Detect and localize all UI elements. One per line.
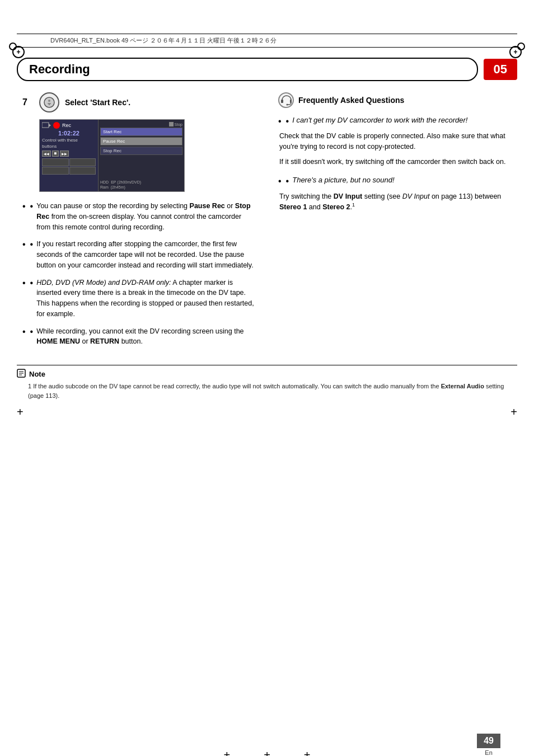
bullet-marker-2: • <box>30 239 34 250</box>
faq-icon <box>278 92 294 108</box>
menu-stop-rec: Stop Rec <box>100 147 182 155</box>
chapter-badge: 05 <box>484 59 517 80</box>
page-number-box: 49 <box>477 734 500 748</box>
screen-grid <box>42 158 96 175</box>
page-container: DVR640H_RLT_EN.book 49 ページ ２０６年４月１１日 火曜日… <box>0 34 534 756</box>
screen-info-row: HDD EP (2h00m/DVD) <box>100 180 182 184</box>
right-column: Frequently Asked Questions • I can't get… <box>273 81 517 354</box>
svg-rect-7 <box>290 100 292 103</box>
main-content: 7 Select 'Start Rec'. <box>17 81 517 354</box>
note-doc-icon <box>17 369 26 378</box>
screen-stop-row: Stop <box>100 122 182 126</box>
screen-button-row: ◀◀ ⏹ ▶▶ <box>42 151 96 157</box>
note-header: Note <box>17 369 517 379</box>
screen-btn-2: ⏹ <box>52 151 59 157</box>
faq-answer-1a: Check that the DV cable is properly conn… <box>279 131 512 152</box>
grid-3 <box>42 167 69 175</box>
faq-headphone-icon <box>280 95 292 106</box>
svg-point-1 <box>48 100 50 102</box>
chapter-number: 05 <box>494 62 507 76</box>
grid-2 <box>69 158 96 166</box>
stop-icon <box>169 122 174 126</box>
corner-deco-tr <box>517 43 525 50</box>
page-number: 49 <box>484 736 494 745</box>
grid-4 <box>69 167 96 175</box>
step-icon <box>39 92 59 112</box>
note-title: Note <box>29 370 45 378</box>
svg-rect-2 <box>48 103 51 104</box>
bullet-list: • You can pause or stop the recording by… <box>22 201 256 347</box>
svg-point-8 <box>287 104 288 106</box>
bullet-text-1: You can pause or stop the recording by s… <box>36 201 256 232</box>
source-icon <box>42 122 51 129</box>
screen-btn-1: ◀◀ <box>42 151 51 157</box>
rec-indicator <box>53 122 60 129</box>
step-7-row: 7 Select 'Start Rec'. <box>22 92 256 112</box>
header-bar: DVR640H_RLT_EN.book 49 ページ ２０６年４月１１日 火曜日… <box>17 34 517 48</box>
step-label: Select 'Start Rec'. <box>65 98 130 107</box>
note-icon <box>17 369 26 379</box>
screen-mockup: Rec 1:02:22 Control with these buttons ◀… <box>39 119 185 192</box>
screen-rec-label: Rec <box>62 123 71 128</box>
screen-ram-row: Ram (2h45m) <box>100 185 182 189</box>
corner-deco-tl <box>9 43 17 50</box>
bottom-mark-left: + <box>223 749 230 756</box>
page-lang: En <box>477 749 500 756</box>
title-bar: Recording 05 <box>17 58 517 81</box>
faq-question-2: There's a picture, but no sound! <box>292 176 394 184</box>
faq-item-1: • I can't get my DV camcorder to work wi… <box>278 116 512 126</box>
grid-1 <box>42 158 69 166</box>
ep-label: EP (2h00m/DVD) <box>111 180 141 184</box>
bottom-marks: + + + <box>223 749 310 756</box>
screen-control-label2: buttons <box>42 144 96 149</box>
bullet-marker-4: • <box>30 326 34 337</box>
ram-label: Ram <box>100 185 109 189</box>
bullet-marker-3: • <box>30 278 34 288</box>
svg-rect-3 <box>49 104 50 105</box>
bullet-1: • You can pause or stop the recording by… <box>22 201 256 232</box>
svg-point-0 <box>44 97 54 107</box>
note-text: 1 If the audio subcode on the DV tape ca… <box>28 382 517 400</box>
screen-stop-label: Stop <box>175 123 182 126</box>
header-file-info: DVR640H_RLT_EN.book 49 ページ ２０６年４月１１日 火曜日… <box>50 36 277 45</box>
screen-timecode: 1:02:22 <box>42 130 96 137</box>
faq-answer-2a: Try switching the DV Input setting (see … <box>279 191 512 213</box>
page-number-area: 49 En <box>477 734 500 756</box>
faq-title: Frequently Asked Questions <box>298 96 404 105</box>
bullet-text-2: If you restart recording after stopping … <box>36 239 256 270</box>
screen-btn-3: ▶▶ <box>60 151 69 157</box>
svg-marker-5 <box>49 124 51 127</box>
faq-header: Frequently Asked Questions <box>278 92 512 108</box>
bullet-text-3: HDD, DVD (VR Mode) and DVD-RAM only: A c… <box>36 278 256 320</box>
bottom-mark-right: + <box>304 749 311 756</box>
bullet-4: • While recording, you cannot exit the D… <box>22 326 256 348</box>
svg-rect-6 <box>281 100 283 103</box>
screen-control-label: Control with these <box>42 138 96 143</box>
bullet-marker-1: • <box>30 201 34 212</box>
right-mark: + <box>510 405 517 418</box>
left-column: 7 Select 'Start Rec'. <box>17 81 261 354</box>
note-section: Note 1 If the audio subcode on the DV ta… <box>17 365 517 400</box>
menu-pause-rec: Pause Rec <box>100 137 182 145</box>
bottom-mark-center: + <box>264 749 270 756</box>
remote-icon <box>43 96 55 109</box>
ram-size: (2h45m) <box>111 185 125 189</box>
title-text: Recording <box>29 62 90 76</box>
page-title: Recording <box>17 58 478 81</box>
bullet-text-4: While recording, you cannot exit the DV … <box>36 326 256 348</box>
screen-rec-row: Rec <box>42 122 96 129</box>
left-mark: + <box>17 405 24 418</box>
menu-start-rec: Start Rec <box>100 128 182 136</box>
faq-item-2: • There's a picture, but no sound! <box>278 176 512 186</box>
bullet-3: • HDD, DVD (VR Mode) and DVD-RAM only: A… <box>22 278 256 320</box>
screen-left-panel: Rec 1:02:22 Control with these buttons ◀… <box>40 120 99 191</box>
svg-rect-4 <box>42 123 49 128</box>
step-number: 7 <box>22 97 34 107</box>
screen-right-panel: Stop Start Rec Pause Rec Stop Rec HDD EP… <box>99 120 184 191</box>
faq-answer-1b: If it still doesn't work, try switching … <box>279 157 512 167</box>
hdd-label: HDD <box>100 180 109 184</box>
bullet-2: • If you restart recording after stoppin… <box>22 239 256 270</box>
faq-question-1: I can't get my DV camcorder to work with… <box>292 116 467 124</box>
